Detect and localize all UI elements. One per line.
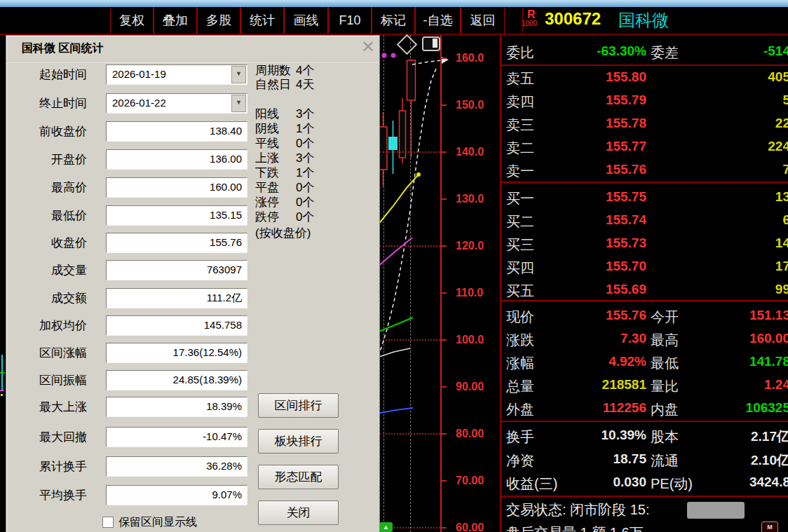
axis-tick (440, 245, 447, 247)
axis-tick (440, 480, 447, 482)
sell-price: 155.80 (522, 69, 646, 85)
field-box[interactable]: 136.00 (106, 149, 247, 170)
sell-row-3[interactable]: 卖三 155.78 22 (501, 116, 788, 134)
end-date-combobox[interactable]: 2026-01-22 ▼ (106, 93, 247, 114)
candle-stat-note: (按收盘价) (255, 225, 311, 239)
toolbar-button-fuquan[interactable]: 复权 (110, 7, 154, 34)
close-icon[interactable]: ✕ (361, 37, 375, 57)
buy-volume: 14 (670, 236, 788, 251)
buy-row-4[interactable]: 买四 155.70 17 (501, 259, 788, 277)
stat-value: 0.030 (522, 475, 646, 490)
stat-value: 0个 (296, 210, 314, 224)
candle-stat: 阳线3个 (255, 106, 314, 120)
sell-row-4[interactable]: 卖四 155.79 5 (501, 93, 788, 111)
field-row: 加权均价 145.758 (6, 315, 379, 334)
sell-volume: 22 (670, 116, 788, 131)
interval-ranking-button[interactable]: 区间排行 (258, 393, 339, 418)
stat-value: 1.24 (670, 377, 788, 393)
field-value: 17.36(12.54%) (173, 346, 242, 358)
sell-price: 155.79 (522, 93, 646, 108)
stat-value: 1个 (296, 122, 314, 135)
toolbar-button-biaoji[interactable]: 标记 (372, 7, 415, 34)
field-box[interactable]: 111.2亿 (106, 288, 247, 308)
field-box[interactable]: 24.85(18.39%) (106, 370, 247, 390)
axis-tick (440, 527, 447, 528)
candle-stat: 上涨3个 (255, 150, 314, 164)
candlestick-chart[interactable] (375, 35, 454, 532)
stock-code[interactable]: 300672 (545, 9, 601, 29)
field-box[interactable]: 36.28% (106, 456, 247, 477)
chevron-down-icon[interactable]: ▼ (231, 95, 246, 112)
keep-interval-lines-checkbox[interactable] (102, 517, 114, 528)
buy-row-5[interactable]: 买五 155.69 99 (501, 282, 788, 300)
chart-sliver (0, 390, 4, 391)
trade-status-text: 交易状态: 闭市阶段 15: (506, 500, 649, 519)
buy-row-1[interactable]: 买一 155.75 13 (501, 189, 788, 207)
field-value: -10.47% (203, 430, 242, 442)
toolbar-button-duogu[interactable]: 多股 (197, 7, 240, 34)
buy-row-3[interactable]: 买三 155.73 14 (501, 236, 788, 254)
stat-value: 0个 (296, 196, 314, 209)
field-label: 收盘价 (20, 235, 87, 251)
field-box[interactable]: 155.76 (106, 233, 247, 253)
axis-tick (440, 151, 447, 153)
chart-badge-icon[interactable]: ▲ (379, 522, 393, 532)
axis-tick (440, 433, 447, 435)
field-value: 111.2亿 (207, 292, 242, 305)
stock-name[interactable]: 国科微 (618, 9, 669, 32)
toolbar-button-tongji[interactable]: 统计 (240, 7, 284, 34)
buy-row-2[interactable]: 买二 155.74 6 (501, 212, 788, 231)
close-button[interactable]: 关闭 (258, 500, 339, 525)
buy-price: 155.70 (522, 259, 646, 274)
candle-stat: 阴线1个 (255, 121, 314, 135)
field-label: 累计换手 (20, 458, 87, 475)
stat-label: 平盘 (255, 179, 296, 196)
toolbar-button-huaxian[interactable]: 画线 (284, 7, 328, 34)
stat-value: 4个 (296, 64, 314, 77)
field-value: 763097 (207, 264, 242, 275)
gridline (379, 151, 440, 153)
minichart-icon[interactable]: M (761, 521, 778, 532)
axis-tick (440, 198, 447, 200)
field-box[interactable]: 138.40 (106, 121, 247, 142)
field-value: 24.85(18.39%) (173, 374, 242, 386)
field-label: 区间振幅 (20, 372, 87, 388)
start-date-combobox[interactable]: 2026-01-19 ▼ (106, 64, 247, 85)
end-date-value: 2026-01-22 (112, 97, 166, 109)
start-date-value: 2026-01-19 (112, 68, 166, 80)
toolbar-button-fanhui[interactable]: 返回 (461, 7, 505, 34)
field-box[interactable]: 763097 (106, 260, 247, 280)
stat-row: 涨跌 7.30 最高 160.00 (501, 331, 788, 349)
toolbar-button-zixuan[interactable]: -自选 (415, 7, 461, 34)
sell-price: 155.76 (522, 162, 646, 177)
sell-row-2[interactable]: 卖二 155.77 224 (501, 139, 788, 157)
field-box[interactable]: 17.36(12.54%) (106, 343, 247, 363)
sell-row-5[interactable]: 卖五 155.80 405 (501, 69, 788, 88)
field-box[interactable]: 145.758 (106, 315, 247, 336)
field-row: 成交量 763097 (6, 260, 379, 279)
stat-value: 3个 (296, 151, 314, 165)
field-box[interactable]: -10.47% (106, 427, 247, 447)
sell-row-1[interactable]: 卖一 155.76 7 (501, 162, 788, 180)
field-box[interactable]: 9.07% (106, 485, 247, 505)
sell-volume: 7 (670, 162, 788, 177)
axis-tick (440, 104, 447, 106)
sector-ranking-button[interactable]: 板块排行 (258, 429, 339, 453)
chevron-down-icon[interactable]: ▼ (231, 66, 246, 83)
field-label: 开盘价 (20, 151, 87, 168)
candle-stat: 平盘0个 (255, 179, 314, 193)
field-label: 成交量 (20, 262, 87, 278)
field-box[interactable]: 18.39% (106, 397, 247, 417)
axis-label: 160.0 (456, 51, 498, 65)
field-box[interactable]: 160.00 (106, 177, 247, 198)
panel-divider (501, 496, 788, 497)
stat-value: 2.10亿 (670, 451, 788, 470)
toolbar-button-f10[interactable]: F10 (328, 7, 372, 34)
pattern-match-button[interactable]: 形态匹配 (258, 465, 339, 489)
toolbar-button-diejia[interactable]: 叠加 (154, 7, 197, 34)
field-label: 最高价 (20, 179, 87, 196)
field-box[interactable]: 135.15 (106, 205, 247, 226)
stat-value: 10.39% (522, 428, 646, 443)
panel-divider (501, 421, 788, 422)
toolbar: 复权 叠加 多股 统计 画线 F10 标记 -自选 返回 (0, 7, 788, 34)
